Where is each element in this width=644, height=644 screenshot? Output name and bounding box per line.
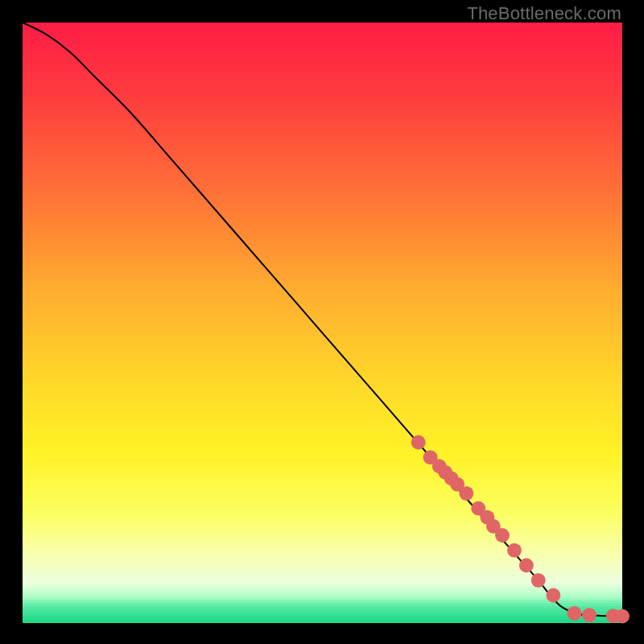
watermark-text: TheBottleneck.com xyxy=(467,3,621,24)
curve-svg xyxy=(23,23,622,622)
data-point xyxy=(459,486,473,501)
data-point xyxy=(507,543,522,558)
plot-area xyxy=(23,23,622,622)
data-point xyxy=(615,609,630,624)
data-point xyxy=(531,573,546,588)
bottleneck-curve xyxy=(23,23,622,617)
data-point xyxy=(495,528,510,543)
data-point xyxy=(567,606,581,621)
data-point xyxy=(411,436,426,450)
data-point xyxy=(546,588,560,603)
data-point xyxy=(519,558,534,572)
data-point xyxy=(582,608,597,622)
chart-stage: TheBottleneck.com xyxy=(0,0,644,644)
